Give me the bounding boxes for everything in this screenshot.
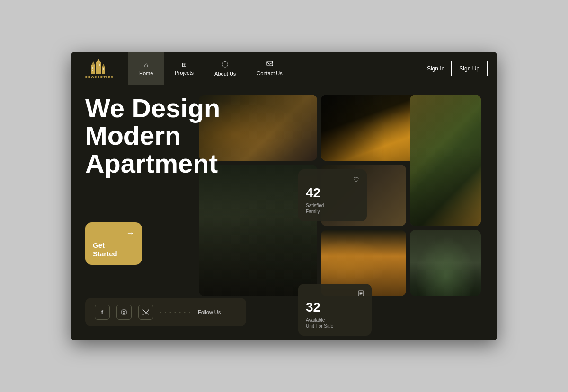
home-label: Home <box>139 70 153 76</box>
svg-rect-6 <box>92 67 93 69</box>
main-content: We Design Modern Apartment ♡ 42 Satisfie… <box>71 85 497 340</box>
svg-rect-9 <box>98 67 98 68</box>
svg-point-16 <box>125 310 126 311</box>
available-label: AvailableUnit For Sale <box>306 317 364 329</box>
heart-icon: ♡ <box>353 176 359 183</box>
about-label: About Us <box>214 71 236 77</box>
signin-button[interactable]: Sign In <box>420 61 451 76</box>
satisfied-label: SatisfiedFamily <box>306 202 359 215</box>
svg-marker-5 <box>102 64 105 67</box>
signup-button[interactable]: Sign Up <box>451 61 488 76</box>
social-bar: f - - - - - - - Follow Us <box>85 298 246 326</box>
nav-projects-item[interactable]: ⊞ Projects <box>164 61 204 76</box>
contact-label: Contact Us <box>257 70 282 76</box>
apartment-image-6 <box>410 95 481 226</box>
home-icon: ⌂ <box>144 61 148 69</box>
svg-rect-12 <box>267 61 273 66</box>
about-icon: ⓘ <box>222 61 228 69</box>
instagram-icon[interactable] <box>116 305 132 320</box>
navbar: PROPERTIES ⌂ Home ⊞ Projects ⓘ About Us … <box>71 52 497 85</box>
satisfied-number: 42 <box>306 185 359 200</box>
projects-label: Projects <box>175 70 194 76</box>
nav-home-item[interactable]: ⌂ Home <box>128 52 164 85</box>
svg-rect-7 <box>92 70 93 71</box>
svg-rect-10 <box>99 64 100 66</box>
arrow-icon: → <box>126 228 134 238</box>
svg-rect-8 <box>98 64 98 66</box>
svg-marker-3 <box>91 61 95 65</box>
projects-icon: ⊞ <box>182 61 186 68</box>
contact-icon <box>266 61 273 69</box>
satisfied-family-card: ♡ 42 SatisfiedFamily <box>298 169 367 221</box>
browser-window: PROPERTIES ⌂ Home ⊞ Projects ⓘ About Us … <box>71 52 497 340</box>
available-units-card: 32 AvailableUnit For Sale <box>298 284 372 336</box>
hero-text: We Design Modern Apartment <box>85 95 220 178</box>
sale-icon <box>358 290 364 298</box>
get-started-button[interactable]: → GetStarted <box>85 222 142 265</box>
svg-marker-4 <box>96 59 101 62</box>
nav-about-item[interactable]: ⓘ About Us <box>204 61 246 77</box>
follow-label: Follow Us <box>198 309 221 315</box>
nav-contact-item[interactable]: Contact Us <box>246 61 293 76</box>
svg-rect-11 <box>103 68 104 70</box>
facebook-icon[interactable]: f <box>95 305 110 320</box>
logo: PROPERTIES <box>80 58 118 79</box>
follow-dots: - - - - - - - <box>160 309 191 314</box>
get-started-label: GetStarted <box>93 241 117 258</box>
hero-title: We Design Modern Apartment <box>85 95 220 178</box>
apartment-image-7 <box>410 230 481 296</box>
available-number: 32 <box>306 300 364 315</box>
logo-text: PROPERTIES <box>85 76 114 79</box>
svg-point-15 <box>123 311 125 313</box>
twitter-icon[interactable] <box>138 305 153 320</box>
